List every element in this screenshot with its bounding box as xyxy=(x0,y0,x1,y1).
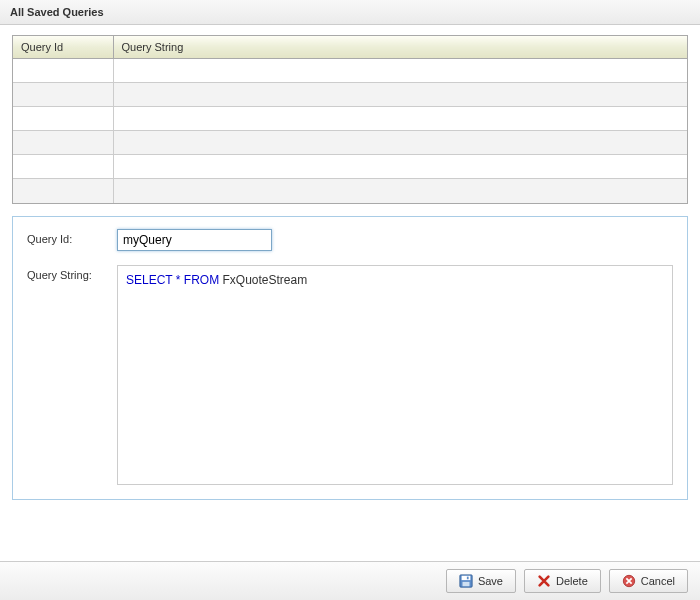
save-button-label: Save xyxy=(478,575,503,587)
column-header-query-string[interactable]: Query String xyxy=(113,36,687,59)
footer-toolbar: Save Delete Cancel xyxy=(0,561,700,600)
cell-query-id xyxy=(13,131,113,155)
cell-query-id xyxy=(13,107,113,131)
svg-rect-3 xyxy=(467,577,469,580)
cell-query-id xyxy=(13,59,113,83)
table-row[interactable] xyxy=(13,83,687,107)
cell-query-id xyxy=(13,155,113,179)
cell-query-string xyxy=(113,107,687,131)
cell-query-id xyxy=(13,83,113,107)
query-id-input[interactable] xyxy=(117,229,272,251)
cell-query-string xyxy=(113,179,687,203)
delete-button-label: Delete xyxy=(556,575,588,587)
sql-rest: FxQuoteStream xyxy=(219,273,307,287)
cell-query-string xyxy=(113,59,687,83)
query-id-row: Query Id: xyxy=(27,229,673,251)
query-string-row: Query String: SELECT * FROM FxQuoteStrea… xyxy=(27,265,673,485)
table-row[interactable] xyxy=(13,179,687,203)
delete-button[interactable]: Delete xyxy=(524,569,601,593)
panel-title: All Saved Queries xyxy=(10,6,104,18)
queries-table: Query Id Query String xyxy=(13,36,687,203)
save-icon xyxy=(459,574,473,588)
query-string-input[interactable]: SELECT * FROM FxQuoteStream xyxy=(117,265,673,485)
sql-keyword: SELECT * FROM xyxy=(126,273,219,287)
save-button[interactable]: Save xyxy=(446,569,516,593)
content-area: Query Id Query String Query Id: Query St… xyxy=(0,25,700,510)
svg-rect-2 xyxy=(462,582,469,586)
svg-rect-1 xyxy=(462,576,471,580)
table-row[interactable] xyxy=(13,155,687,179)
query-form: Query Id: Query String: SELECT * FROM Fx… xyxy=(12,216,688,500)
cell-query-string xyxy=(113,131,687,155)
column-header-query-id[interactable]: Query Id xyxy=(13,36,113,59)
query-string-label: Query String: xyxy=(27,265,117,281)
queries-table-wrap: Query Id Query String xyxy=(12,35,688,204)
cell-query-id xyxy=(13,179,113,203)
table-row[interactable] xyxy=(13,131,687,155)
panel-header: All Saved Queries xyxy=(0,0,700,25)
query-id-label: Query Id: xyxy=(27,229,117,245)
cell-query-string xyxy=(113,83,687,107)
cell-query-string xyxy=(113,155,687,179)
table-row[interactable] xyxy=(13,107,687,131)
cancel-icon xyxy=(622,574,636,588)
cancel-button-label: Cancel xyxy=(641,575,675,587)
cancel-button[interactable]: Cancel xyxy=(609,569,688,593)
delete-icon xyxy=(537,574,551,588)
table-row[interactable] xyxy=(13,59,687,83)
